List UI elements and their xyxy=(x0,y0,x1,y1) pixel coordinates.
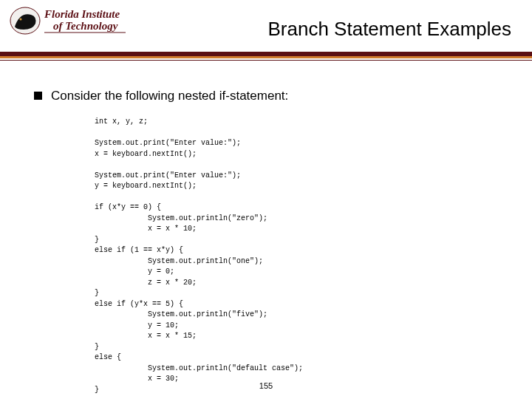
page-number: 155 xyxy=(0,381,532,390)
code-block: int x, y, z; System.out.print("Enter val… xyxy=(95,117,517,395)
bullet-item: Consider the following nested if-stateme… xyxy=(34,89,517,103)
svg-point-1 xyxy=(20,18,22,21)
header-divider xyxy=(0,52,532,64)
bullet-text: Consider the following nested if-stateme… xyxy=(51,89,288,103)
bullet-square-icon xyxy=(34,92,42,100)
logo-text-top: Florida Institute xyxy=(44,8,120,20)
slide-content: Consider the following nested if-stateme… xyxy=(34,89,517,395)
logo-text-bottom: of Technology xyxy=(53,20,118,32)
slide-title: Branch Statement Examples xyxy=(268,18,512,41)
institution-logo: Florida Institute of Technology xyxy=(9,4,127,41)
slide-header: Florida Institute of Technology Branch S… xyxy=(0,0,532,59)
